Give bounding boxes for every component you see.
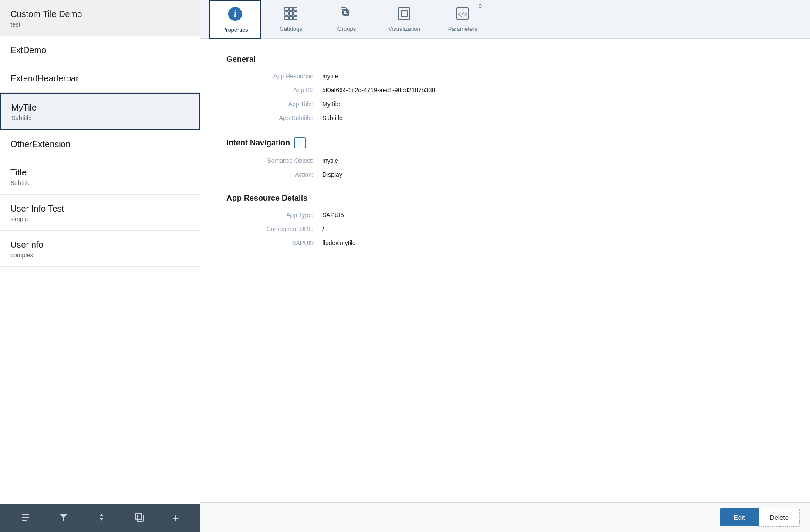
svg-marker-5 <box>100 518 103 521</box>
content-area: iPropertiesCatalogsGroupsVisualization</… <box>200 0 810 532</box>
field-label: App Title: <box>226 101 322 108</box>
svg-rect-20 <box>342 9 348 14</box>
sort-icon <box>97 512 106 524</box>
properties-tab-icon: i <box>227 6 243 24</box>
general-title: General <box>226 55 784 64</box>
catalogs-tab-label: Catalogs <box>280 26 302 32</box>
sidebar-item-title: Title <box>10 166 189 178</box>
svg-text:i: i <box>234 9 236 18</box>
svg-rect-0 <box>22 514 29 515</box>
sidebar-item-title: ExtendHeaderbar <box>10 72 189 84</box>
svg-text:</>: </> <box>458 11 468 17</box>
resource-fields: App Type:SAPUI5Component URL:/SAPUI5flpd… <box>226 212 784 246</box>
field-row: App Subtitle:Subtitle <box>226 114 784 121</box>
edit-button[interactable]: Edit <box>720 508 759 526</box>
svg-rect-22 <box>398 8 410 19</box>
field-label: Component URL: <box>226 226 322 232</box>
svg-rect-6 <box>135 513 142 519</box>
app-container: Custom Tile DemotestExtDemoExtendHeaderb… <box>0 0 810 532</box>
sidebar-item-custom-tile-demo[interactable]: Custom Tile Demotest <box>0 0 200 36</box>
app-resource-title: App Resource Details <box>226 194 784 203</box>
svg-rect-14 <box>289 12 293 15</box>
items-button[interactable] <box>16 509 36 527</box>
svg-rect-16 <box>285 16 288 20</box>
add-button[interactable]: + <box>167 508 184 528</box>
add-icon: + <box>172 512 179 524</box>
delete-button[interactable]: Delete <box>759 508 800 527</box>
parameters-tab-icon: </> <box>455 6 470 23</box>
field-value: SAPUI5 <box>322 212 344 219</box>
sidebar-item-ext-demo[interactable]: ExtDemo <box>0 36 200 64</box>
general-fields: App Resource:mytileApp ID:5f0af664-1b2d-… <box>226 73 784 121</box>
sidebar-item-user-info[interactable]: UserInfocomplex <box>0 231 200 267</box>
sidebar-toolbar: + <box>0 504 200 532</box>
field-label: App Subtitle: <box>226 114 322 121</box>
field-label: SAPUI5 <box>226 239 322 246</box>
field-value: MyTile <box>322 101 340 108</box>
intent-nav-info-icon[interactable]: i <box>294 137 306 148</box>
content-body: General App Resource:mytileApp ID:5f0af6… <box>200 39 810 502</box>
svg-rect-18 <box>294 16 297 20</box>
intent-nav-title-row: Intent Navigation i <box>226 137 784 148</box>
svg-rect-7 <box>137 515 143 521</box>
sidebar-item-other-extension[interactable]: OtherExtension <box>0 130 200 158</box>
general-section: General App Resource:mytileApp ID:5f0af6… <box>226 55 784 121</box>
sidebar-item-subtitle: Subtitle <box>10 179 189 186</box>
properties-tab-label: Properties <box>222 27 248 33</box>
parameters-tab-label: Parameters <box>448 26 477 32</box>
filter-icon <box>59 512 68 524</box>
action-bar: Edit Delete <box>200 502 810 532</box>
field-label: Semantic Object: <box>226 157 322 164</box>
tab-catalogs[interactable]: Catalogs <box>265 0 317 38</box>
field-label: App ID: <box>226 87 322 94</box>
visualization-tab-icon <box>397 6 412 23</box>
sidebar-item-subtitle: complex <box>10 252 189 259</box>
sidebar-item-my-tile[interactable]: MyTileSubtitle <box>0 93 200 130</box>
intent-nav-title: Intent Navigation <box>226 138 290 148</box>
field-row: App Type:SAPUI5 <box>226 212 784 219</box>
groups-tab-icon <box>339 6 354 23</box>
tab-groups[interactable]: Groups <box>321 0 373 38</box>
svg-rect-10 <box>285 7 288 11</box>
sidebar-item-subtitle: simple <box>10 215 189 222</box>
sort-button[interactable] <box>91 509 111 528</box>
field-value: Display <box>322 171 342 178</box>
export-button[interactable] <box>129 509 149 528</box>
sidebar-item-title: UserInfo <box>10 239 189 251</box>
sidebar-item-title: Custom Tile Demo <box>10 8 189 20</box>
tab-parameters[interactable]: </>Parameters0 <box>436 0 489 38</box>
parameters-tab-badge: 0 <box>479 3 482 9</box>
svg-marker-4 <box>100 514 103 516</box>
sidebar-item-title: User Info Test <box>10 202 189 215</box>
export-icon <box>135 512 144 524</box>
sidebar-item-title: ExtDemo <box>10 44 189 56</box>
field-row: Action:Display <box>226 171 784 178</box>
svg-rect-13 <box>285 12 288 15</box>
field-label: App Resource: <box>226 73 322 80</box>
field-value: mytile <box>322 157 338 164</box>
sidebar-item-title[interactable]: TitleSubtitle <box>0 158 200 195</box>
field-value: / <box>322 226 324 232</box>
sidebar-item-subtitle: test <box>10 21 189 28</box>
field-value: mytile <box>322 73 338 80</box>
catalogs-tab-icon <box>284 6 298 23</box>
field-value: 5f0af664-1b2d-4719-aec1-98dd2187b338 <box>322 87 435 94</box>
groups-tab-label: Groups <box>338 26 356 32</box>
tab-visualization[interactable]: Visualization <box>376 0 432 38</box>
field-value: flpdev.mytile <box>322 239 356 246</box>
filter-button[interactable] <box>54 509 74 528</box>
svg-rect-1 <box>22 517 29 518</box>
field-row: SAPUI5flpdev.mytile <box>226 239 784 246</box>
field-label: App Type: <box>226 212 322 219</box>
visualization-tab-label: Visualization <box>388 26 420 32</box>
field-row: App ID:5f0af664-1b2d-4719-aec1-98dd2187b… <box>226 87 784 94</box>
svg-rect-15 <box>294 12 297 15</box>
items-icon <box>21 513 30 524</box>
field-row: App Title:MyTile <box>226 101 784 108</box>
sidebar-item-title: MyTile <box>11 101 189 114</box>
field-value: Subtitle <box>322 114 343 121</box>
sidebar-item-user-info-test[interactable]: User Info Testsimple <box>0 195 200 231</box>
field-row: Semantic Object:mytile <box>226 157 784 164</box>
tab-properties[interactable]: iProperties <box>209 0 261 39</box>
sidebar-item-extend-headerbar[interactable]: ExtendHeaderbar <box>0 64 200 93</box>
